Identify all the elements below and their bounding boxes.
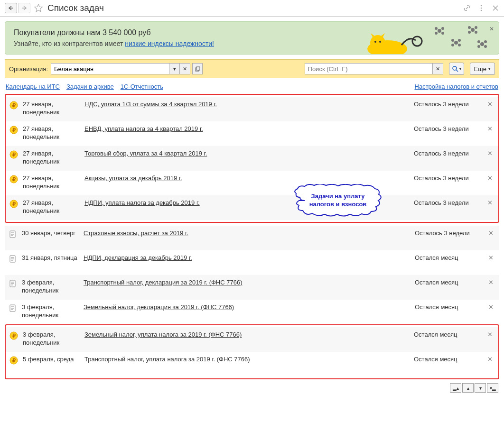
- task-dismiss-button[interactable]: ✕: [485, 356, 495, 363]
- svg-point-6: [379, 41, 381, 43]
- task-link[interactable]: Страховые взносы, расчет за 2019 г.: [84, 229, 188, 237]
- search-clear-button[interactable]: ✕: [433, 63, 443, 74]
- banner-subtitle-prefix: Узнайте, кто из контрагентов имеет: [14, 40, 125, 47]
- scroll-up-button[interactable]: ▴: [462, 383, 474, 393]
- svg-text:₽: ₽: [12, 102, 16, 108]
- task-remaining: Осталось 3 недели: [414, 150, 485, 157]
- task-dismiss-button[interactable]: ✕: [485, 331, 495, 338]
- svg-text:₽: ₽: [12, 176, 16, 182]
- banner-illustration: [361, 22, 494, 54]
- org-clear-button[interactable]: ✕: [180, 63, 190, 74]
- task-link[interactable]: Торговый сбор, уплата за 4 квартал 2019 …: [84, 150, 207, 157]
- toolbar: Организация: ▾ ✕ ✕ ▾ Еще ▾: [5, 59, 499, 78]
- scroll-down-button[interactable]: ▾: [475, 383, 486, 393]
- task-dismiss-button[interactable]: ✕: [486, 303, 495, 311]
- svg-point-18: [471, 28, 475, 32]
- task-link[interactable]: Земельный налог, уплата налога за 2019 г…: [84, 331, 242, 338]
- menu-dots-icon[interactable]: [477, 4, 485, 12]
- task-row[interactable]: ₽27 января, понедельникАкцизы, уплата за…: [6, 171, 498, 195]
- task-link[interactable]: Земельный налог, декларация за 2019 г. (…: [84, 303, 234, 311]
- task-date: 31 января, пятница: [22, 254, 84, 262]
- svg-point-11: [435, 27, 438, 30]
- title-bar: Список задач: [0, 0, 504, 17]
- task-link[interactable]: НДПИ, декларация за декабрь 2019 г.: [84, 254, 192, 261]
- task-dismiss-button[interactable]: ✕: [485, 150, 495, 157]
- scroll-bottom-button[interactable]: ▾▂: [487, 383, 498, 393]
- task-dismiss-button[interactable]: ✕: [485, 199, 495, 206]
- svg-point-2: [481, 10, 482, 11]
- banner-link[interactable]: низкие индексы надежности!: [125, 40, 214, 47]
- search-input[interactable]: [305, 63, 433, 74]
- task-remaining: Остался месяц: [414, 331, 485, 338]
- task-link[interactable]: Транспортный налог, уплата налога за 201…: [84, 356, 250, 363]
- task-dismiss-button[interactable]: ✕: [486, 229, 495, 237]
- task-link[interactable]: НДС, уплата 1/3 от суммы за 4 квартал 20…: [84, 101, 217, 108]
- task-link[interactable]: Транспортный налог, декларация за 2019 г…: [84, 279, 243, 286]
- task-dismiss-button[interactable]: ✕: [485, 125, 495, 132]
- more-button[interactable]: Еще ▾: [470, 63, 495, 75]
- svg-point-15: [458, 44, 461, 46]
- info-banner: Покупатели должны нам 3 540 000 руб Узна…: [5, 21, 499, 55]
- svg-rect-29: [196, 67, 200, 70]
- document-icon: [9, 230, 17, 238]
- link-tax-settings[interactable]: Настройка налогов и отчетов: [415, 83, 498, 90]
- task-row[interactable]: 31 января, пятницаНДПИ, декларация за де…: [5, 250, 499, 275]
- arrow-left-icon: [8, 6, 14, 10]
- task-dismiss-button[interactable]: ✕: [485, 174, 495, 182]
- footer-nav: ▂▴ ▴ ▾ ▾▂: [6, 383, 498, 393]
- task-date: 27 января, понедельник: [23, 174, 84, 191]
- task-date: 27 января, понедельник: [23, 199, 84, 215]
- task-link[interactable]: Акцизы, уплата за декабрь 2019 г.: [84, 174, 182, 182]
- task-row[interactable]: ₽27 января, понедельникНДПИ, уплата нало…: [6, 195, 498, 220]
- task-link[interactable]: ЕНВД, уплата налога за 4 квартал 2019 г.: [84, 125, 203, 132]
- svg-point-8: [438, 29, 441, 33]
- search-button[interactable]: ▾: [449, 63, 464, 75]
- task-row[interactable]: ₽27 января, понедельникТорговый сбор, уп…: [6, 146, 498, 171]
- task-date: 3 февраля, понедельник: [22, 279, 84, 295]
- task-row[interactable]: 3 февраля, понедельникТранспортный налог…: [5, 275, 499, 300]
- task-dismiss-button[interactable]: ✕: [486, 254, 495, 261]
- svg-point-10: [441, 32, 444, 35]
- task-dismiss-button[interactable]: ✕: [486, 279, 495, 286]
- close-icon[interactable]: [492, 4, 499, 12]
- scroll-top-button[interactable]: ▂▴: [450, 383, 461, 393]
- svg-point-4: [370, 35, 385, 50]
- task-row[interactable]: ₽27 января, понедельникНДС, уплата 1/3 о…: [6, 97, 498, 121]
- task-remaining: Осталось 3 недели: [414, 174, 485, 182]
- task-remaining: Остался месяц: [414, 356, 485, 363]
- task-row[interactable]: 30 января, четвергСтраховые взносы, расч…: [5, 226, 499, 250]
- svg-text:₽: ₽: [12, 333, 16, 339]
- task-date: 27 января, понедельник: [23, 125, 84, 141]
- link-reporting[interactable]: 1С-Отчетность: [121, 83, 163, 90]
- task-date: 3 февраля, понедельник: [22, 303, 84, 320]
- svg-point-27: [477, 45, 480, 48]
- task-dismiss-button[interactable]: ✕: [485, 101, 495, 108]
- link-archive[interactable]: Задачи в архиве: [66, 83, 114, 90]
- svg-text:₽: ₽: [12, 201, 16, 207]
- document-icon: [9, 279, 17, 288]
- svg-point-7: [412, 37, 422, 46]
- nav-forward-button[interactable]: [18, 3, 30, 13]
- svg-text:₽: ₽: [12, 127, 16, 133]
- star-icon[interactable]: [34, 4, 43, 12]
- task-group-highlighted: ₽27 января, понедельникНДС, уплата 1/3 о…: [5, 94, 499, 223]
- task-link[interactable]: НДПИ, уплата налога за декабрь 2019 г.: [84, 199, 200, 206]
- org-open-button[interactable]: [192, 63, 203, 74]
- task-row[interactable]: ₽3 февраля, понедельникЗемельный налог, …: [6, 327, 498, 352]
- task-list: Задачи на уплату налогов и взносов ₽27 я…: [5, 94, 499, 379]
- nav-back-button[interactable]: [5, 3, 17, 13]
- task-remaining: Осталось 3 недели: [414, 101, 485, 108]
- link-calendar[interactable]: Календарь на ИТС: [6, 83, 60, 90]
- task-row[interactable]: ₽27 января, понедельникЕНВД, уплата нало…: [6, 121, 498, 146]
- arrow-right-icon: [21, 6, 27, 10]
- task-row[interactable]: ₽5 февраля, средаТранспортный налог, упл…: [6, 352, 498, 376]
- task-remaining: Остался месяц: [415, 254, 486, 261]
- task-row[interactable]: 3 февраля, понедельникЗемельный налог, д…: [5, 300, 499, 324]
- task-date: 5 февраля, среда: [23, 356, 84, 364]
- link-icon[interactable]: [463, 4, 471, 12]
- document-icon: [9, 255, 17, 263]
- organization-input[interactable]: [51, 63, 169, 74]
- org-label: Организация:: [9, 65, 48, 73]
- svg-point-14: [458, 39, 461, 42]
- org-dropdown-button[interactable]: ▾: [169, 63, 180, 74]
